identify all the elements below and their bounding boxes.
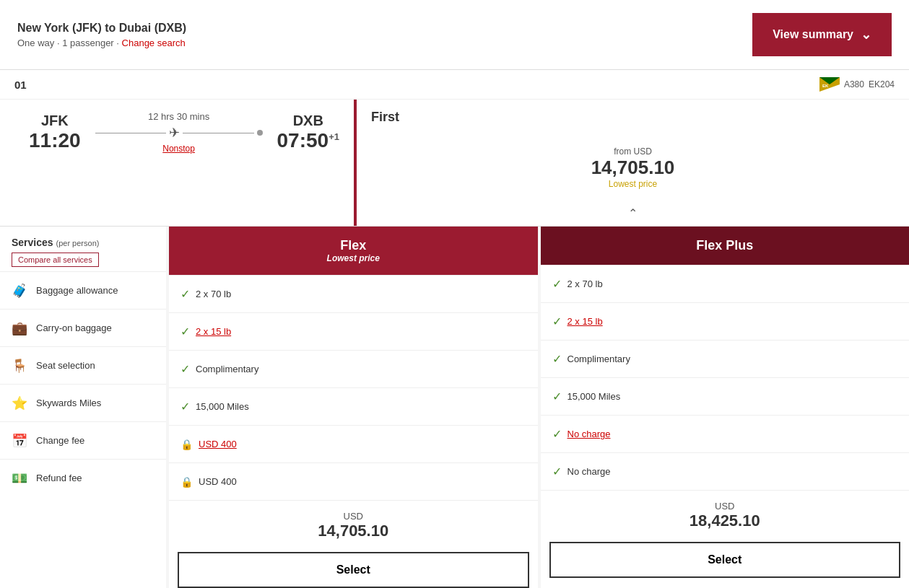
flight-left-panel: JFK 11:20 12 hrs 30 mins ✈ Nonstop (0, 100, 354, 226)
flex-change-fee-value[interactable]: USD 400 (199, 439, 237, 449)
nonstop-label[interactable]: Nonstop (162, 144, 195, 154)
route-line-right (183, 133, 253, 133)
flex-baggage-value: 2 x 70 lb (196, 289, 231, 299)
services-header: Services (per person) Compare all servic… (0, 227, 166, 271)
flex-plus-cell-refund-fee: ✓ No charge (541, 452, 910, 490)
service-row-baggage: 🧳 Baggage allowance (0, 271, 166, 309)
flex-seat-check-icon: ✓ (181, 362, 190, 376)
departure-info: JFK 11:20 (29, 113, 81, 152)
cabin-price: 14,705.10 (368, 157, 897, 179)
flex-cell-baggage: ✓ 2 x 70 lb (169, 275, 538, 312)
flex-plan-header: Flex Lowest price (169, 227, 538, 275)
service-row-miles: ⭐ Skywards Miles (0, 384, 166, 421)
cabin-label: First (357, 100, 909, 135)
flight-number: 01 (14, 79, 27, 91)
flight-details: JFK 11:20 12 hrs 30 mins ✈ Nonstop (0, 100, 354, 165)
service-seat-label: Seat selection (36, 360, 95, 371)
aircraft-type: A380 (844, 79, 864, 89)
flex-cell-miles: ✓ 15,000 Miles (169, 387, 538, 425)
view-summary-button[interactable]: View summary ⌄ (752, 13, 892, 56)
page-header: New York (JFK) to Dubai (DXB) One way · … (0, 0, 909, 70)
route-line-left (95, 133, 166, 133)
flex-plus-currency: USD (547, 501, 904, 512)
flight-code: EK204 (869, 79, 895, 89)
flex-plan-column: Flex Lowest price ✓ 2 x 70 lb ✓ 2 x 15 l… (169, 227, 538, 588)
flex-plus-plan-title: Flex Plus (547, 238, 904, 253)
airline-info: EK A380 EK204 (819, 77, 895, 92)
service-row-carry-on: 💼 Carry-on baggage (0, 309, 166, 346)
flex-currency: USD (175, 511, 532, 522)
flex-plus-change-fee-check-icon: ✓ (552, 427, 562, 441)
change-search-link[interactable]: Change search (122, 38, 186, 48)
carry-on-icon: 💼 (12, 320, 29, 336)
flex-plus-cell-seat: ✓ Complimentary (541, 340, 910, 377)
arrival-info: DXB 07:50+1 (277, 113, 339, 152)
miles-icon: ⭐ (12, 395, 29, 411)
flex-plus-price: 18,425.10 (547, 512, 904, 530)
route-endpoint-dot (257, 130, 263, 136)
flex-plan-subtitle: Lowest price (175, 253, 532, 263)
baggage-icon: 🧳 (12, 283, 29, 299)
flex-miles-check-icon: ✓ (181, 400, 190, 413)
flex-refund-fee-value: USD 400 (199, 476, 237, 487)
service-row-seat: 🪑 Seat selection (0, 346, 166, 384)
route-title: New York (JFK) to Dubai (DXB) (17, 22, 186, 35)
flex-plus-cell-carry-on: ✓ 2 x 15 lb (541, 302, 910, 340)
flex-cell-carry-on: ✓ 2 x 15 lb (169, 312, 538, 350)
flex-plus-refund-fee-value: No charge (567, 466, 611, 477)
service-row-change-fee: 📅 Change fee (0, 421, 166, 459)
refund-fee-icon: 💵 (12, 470, 29, 486)
airline-logo-icon: EK (819, 77, 840, 92)
flex-plus-miles-check-icon: ✓ (552, 390, 562, 403)
service-miles-label: Skywards Miles (36, 398, 101, 408)
chevron-up-icon: ⌃ (628, 207, 638, 219)
flex-plus-carry-on-value[interactable]: 2 x 15 lb (567, 316, 603, 327)
compare-all-services-button[interactable]: Compare all services (12, 253, 99, 267)
service-refund-fee-label: Refund fee (36, 473, 82, 483)
departure-time: 11:20 (29, 129, 81, 152)
lowest-price-label: Lowest price (368, 179, 897, 189)
flex-plus-refund-fee-check-icon: ✓ (552, 465, 562, 478)
service-change-fee-label: Change fee (36, 435, 84, 446)
flex-plus-baggage-value: 2 x 70 lb (567, 278, 603, 289)
service-carry-on-label: Carry-on baggage (36, 322, 112, 333)
chevron-down-icon: ⌄ (861, 27, 871, 43)
service-row-refund-fee: 💵 Refund fee (0, 459, 166, 496)
departure-airport: JFK (29, 113, 81, 129)
flight-card-header: 01 EK A380 EK204 (0, 70, 909, 100)
flex-plus-change-fee-value[interactable]: No charge (567, 429, 611, 439)
route-line: 12 hrs 30 mins ✈ Nonstop (95, 111, 263, 154)
cabin-right-panel: First from USD 14,705.10 Lowest price ⌃ (354, 100, 909, 226)
flex-plus-cell-change-fee: ✓ No charge (541, 415, 910, 452)
arrival-time-text: 07:50 (277, 129, 329, 152)
flex-cell-seat: ✓ Complimentary (169, 350, 538, 387)
comparison-area: Services (per person) Compare all servic… (0, 227, 909, 588)
from-usd-label: from USD (368, 146, 897, 157)
flex-plus-plan-header: Flex Plus (541, 227, 910, 265)
flex-plus-price-footer: USD 18,425.10 (541, 490, 910, 536)
flex-plan-title: Flex (175, 238, 532, 253)
flex-miles-value: 15,000 Miles (196, 401, 249, 412)
seat-icon: 🪑 (12, 358, 29, 374)
flex-baggage-check-icon: ✓ (181, 287, 190, 301)
flex-select-button[interactable]: Select (178, 552, 529, 588)
collapse-button[interactable]: ⌃ (357, 201, 909, 226)
flex-carry-on-check-icon: ✓ (181, 325, 190, 338)
route-line-graphic: ✈ (95, 125, 263, 141)
header-info: New York (JFK) to Dubai (DXB) One way · … (17, 22, 186, 48)
flex-carry-on-value[interactable]: 2 x 15 lb (196, 326, 231, 337)
price-section: from USD 14,705.10 Lowest price (357, 135, 909, 201)
flight-card: 01 EK A380 EK204 JFK (0, 70, 909, 227)
flex-plus-miles-value: 15,000 Miles (567, 391, 621, 402)
plane-icon: ✈ (169, 125, 180, 141)
flex-refund-fee-lock-icon: 🔒 (181, 476, 193, 488)
trip-info-text: One way · 1 passenger · (17, 38, 119, 48)
flex-plus-seat-value: Complimentary (567, 354, 630, 364)
next-day-indicator: +1 (329, 131, 339, 142)
change-fee-icon: 📅 (12, 433, 29, 449)
flex-plus-select-button[interactable]: Select (549, 542, 901, 578)
flight-layout: JFK 11:20 12 hrs 30 mins ✈ Nonstop (0, 100, 909, 226)
view-summary-label: View summary (773, 28, 853, 41)
services-per-person: (per person) (56, 239, 100, 247)
flex-plus-seat-check-icon: ✓ (552, 352, 562, 366)
